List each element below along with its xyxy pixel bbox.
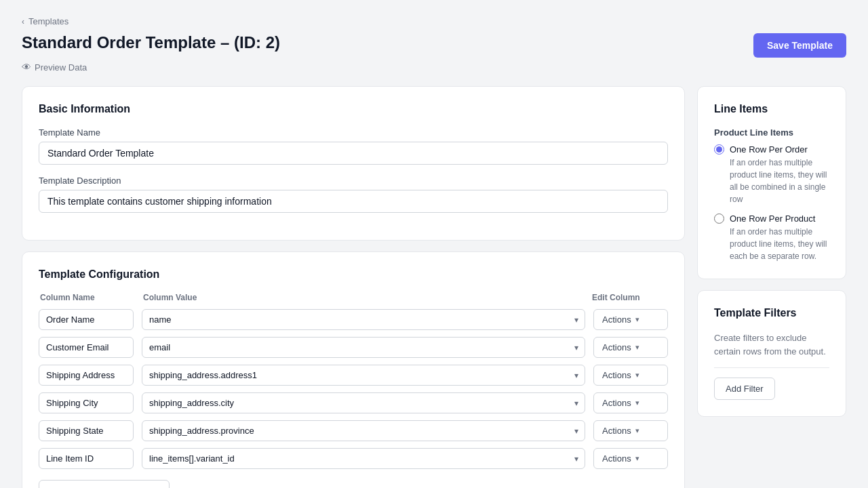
actions-chevron-icon-5: ▾ [635, 426, 639, 435]
radio-label-row-2: One Row Per Product [714, 214, 829, 224]
col-name-shipping-city[interactable] [39, 392, 134, 413]
template-config-card: Template Configuration Column Name Colum… [22, 251, 685, 488]
actions-chevron-icon-3: ▾ [635, 371, 639, 380]
col-name-order-name[interactable] [39, 309, 134, 330]
product-line-items-radio-group: One Row Per Order If an order has multip… [714, 144, 829, 262]
radio-option-one-row-per-order: One Row Per Order If an order has multip… [714, 144, 829, 205]
config-column-headers: Column Name Column Value Edit Column [39, 293, 668, 302]
col-value-shipping-address-select[interactable]: shipping_address.address1 [142, 365, 585, 386]
template-name-input[interactable] [39, 142, 668, 165]
save-template-button[interactable]: Save Template [753, 33, 846, 58]
add-column-button[interactable]: Add New Column Definition [39, 480, 170, 488]
col-name-line-item-id[interactable] [39, 448, 134, 469]
col-value-select-wrapper-4: shipping_address.city [142, 392, 585, 413]
left-column: Basic Information Template Name Template… [22, 86, 685, 488]
add-filter-button[interactable]: Add Filter [714, 378, 775, 400]
table-row: shipping_address.province Actions ▾ [39, 420, 668, 441]
template-config-title: Template Configuration [39, 268, 668, 281]
template-filters-title: Template Filters [714, 307, 829, 319]
table-row: shipping_address.address1 Actions ▾ [39, 365, 668, 386]
template-name-label: Template Name [39, 127, 668, 138]
right-column: Line Items Product Line Items One Row Pe… [697, 86, 846, 428]
breadcrumb-chevron-icon: ‹ [22, 17, 24, 26]
radio-description-one-row-per-order: If an order has multiple product line it… [714, 157, 829, 205]
line-items-card: Line Items Product Line Items One Row Pe… [697, 86, 846, 279]
radio-label-one-row-per-order[interactable]: One Row Per Order [730, 144, 808, 155]
actions-label-3: Actions [602, 370, 631, 380]
template-description-input[interactable] [39, 190, 668, 213]
actions-chevron-icon-4: ▾ [635, 399, 639, 407]
radio-label-one-row-per-product[interactable]: One Row Per Product [730, 214, 815, 224]
header-column-name: Column Name [40, 293, 135, 302]
actions-label-1: Actions [602, 314, 631, 325]
radio-label-row-1: One Row Per Order [714, 144, 829, 155]
radio-one-row-per-product[interactable] [714, 214, 724, 224]
actions-label-2: Actions [602, 342, 631, 352]
col-value-select-wrapper-1: name [142, 309, 585, 330]
table-row: line_items[].variant_id Actions ▾ [39, 448, 668, 469]
col-value-select-wrapper-6: line_items[].variant_id [142, 448, 585, 469]
actions-button-6[interactable]: Actions ▾ [593, 448, 668, 469]
actions-chevron-icon-6: ▾ [635, 454, 639, 463]
actions-chevron-icon-1: ▾ [635, 315, 639, 324]
col-value-line-item-select[interactable]: line_items[].variant_id [142, 448, 585, 469]
col-value-name-select[interactable]: name [142, 309, 585, 330]
page-title-group: Standard Order Template – (ID: 2) [22, 33, 280, 52]
header-edit-column: Edit Column [592, 293, 667, 302]
col-value-email-select[interactable]: email [142, 337, 585, 358]
actions-label-4: Actions [602, 398, 631, 408]
main-layout: Basic Information Template Name Template… [22, 86, 846, 488]
col-name-shipping-state[interactable] [39, 420, 134, 441]
template-description-label: Template Description [39, 176, 668, 186]
radio-description-one-row-per-product: If an order has multiple product line it… [714, 226, 829, 262]
col-name-shipping-address[interactable] [39, 365, 134, 386]
preview-data-link[interactable]: 👁 Preview Data [22, 62, 846, 73]
col-value-shipping-state-select[interactable]: shipping_address.province [142, 420, 585, 441]
page-container: ‹ Templates Standard Order Template – (I… [0, 0, 868, 488]
eye-icon: 👁 [22, 62, 31, 73]
radio-one-row-per-order[interactable] [714, 144, 724, 155]
col-value-select-wrapper-2: email [142, 337, 585, 358]
header-column-value: Column Value [143, 293, 584, 302]
col-value-shipping-city-select[interactable]: shipping_address.city [142, 392, 585, 413]
basic-info-card: Basic Information Template Name Template… [22, 86, 685, 241]
product-line-items-subtitle: Product Line Items [714, 127, 829, 138]
col-name-customer-email[interactable] [39, 337, 134, 358]
table-row: email Actions ▾ [39, 337, 668, 358]
actions-button-4[interactable]: Actions ▾ [593, 392, 668, 413]
actions-button-5[interactable]: Actions ▾ [593, 420, 668, 441]
actions-label-6: Actions [602, 453, 631, 464]
radio-option-one-row-per-product: One Row Per Product If an order has mult… [714, 214, 829, 262]
actions-button-3[interactable]: Actions ▾ [593, 365, 668, 386]
basic-info-title: Basic Information [39, 103, 668, 115]
template-filters-card: Template Filters Create filters to exclu… [697, 290, 846, 417]
breadcrumb: ‹ Templates [22, 16, 846, 26]
actions-button-1[interactable]: Actions ▾ [593, 309, 668, 330]
line-items-title: Line Items [714, 103, 829, 115]
col-value-select-wrapper-3: shipping_address.address1 [142, 365, 585, 386]
table-row: shipping_address.city Actions ▾ [39, 392, 668, 413]
table-row: name Actions ▾ [39, 309, 668, 330]
template-filters-description: Create filters to exclude certain rows f… [714, 331, 829, 358]
actions-label-5: Actions [602, 426, 631, 436]
filter-divider [714, 367, 829, 368]
breadcrumb-templates-link[interactable]: Templates [28, 16, 68, 26]
preview-data-label: Preview Data [35, 62, 87, 73]
actions-button-2[interactable]: Actions ▾ [593, 337, 668, 358]
col-value-select-wrapper-5: shipping_address.province [142, 420, 585, 441]
page-title: Standard Order Template – (ID: 2) [22, 33, 280, 52]
actions-chevron-icon-2: ▾ [635, 343, 639, 352]
header-row: Standard Order Template – (ID: 2) Save T… [22, 33, 846, 58]
